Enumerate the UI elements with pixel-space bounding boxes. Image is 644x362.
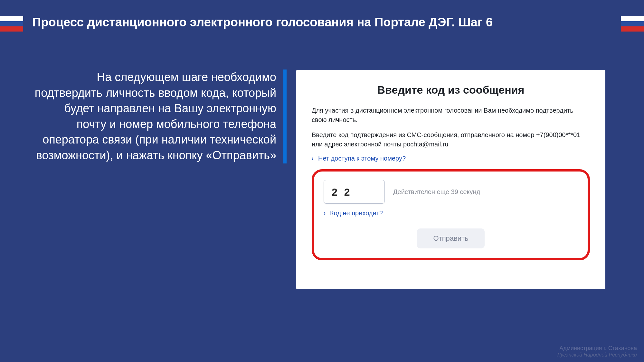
chevron-right-icon: › bbox=[324, 210, 326, 217]
code-validity-text: Действителен еще 39 секунд bbox=[393, 188, 480, 196]
footer-line-2: Луганской Народной Республики bbox=[557, 352, 637, 358]
slide-title: Процесс дистанционного электронного голо… bbox=[32, 15, 612, 29]
flag-strip-right bbox=[621, 16, 644, 32]
code-entry-row: 2 2 Действителен еще 39 секунд bbox=[324, 180, 578, 204]
slide-description-block: На следующем шаге необходимо подтвердить… bbox=[32, 70, 287, 163]
footer-line-1: Администрация г. Стаханова bbox=[557, 345, 637, 352]
accent-bar bbox=[283, 70, 287, 163]
no-code-link-label: Код не приходит? bbox=[330, 209, 383, 217]
panel-title: Введите код из сообщения bbox=[312, 84, 590, 96]
highlight-box: 2 2 Действителен еще 39 секунд › Код не … bbox=[312, 169, 590, 260]
no-code-link[interactable]: › Код не приходит? bbox=[324, 209, 578, 217]
no-access-link-label: Нет доступа к этому номеру? bbox=[318, 155, 406, 162]
footer: Администрация г. Стаханова Луганской Нар… bbox=[557, 345, 637, 358]
panel-paragraph-1: Для участия в дистанционном электронном … bbox=[312, 106, 590, 125]
submit-button[interactable]: Отправить bbox=[417, 228, 485, 248]
code-entry-panel: Введите код из сообщения Для участия в д… bbox=[296, 70, 605, 289]
flag-strip-left bbox=[0, 16, 23, 32]
code-input[interactable]: 2 2 bbox=[324, 180, 385, 204]
chevron-right-icon: › bbox=[312, 155, 314, 162]
panel-paragraph-2: Введите код подтверждения из СМС-сообщен… bbox=[312, 130, 590, 149]
no-access-link[interactable]: › Нет доступа к этому номеру? bbox=[312, 155, 590, 162]
slide-description-text: На следующем шаге необходимо подтвердить… bbox=[32, 70, 283, 163]
